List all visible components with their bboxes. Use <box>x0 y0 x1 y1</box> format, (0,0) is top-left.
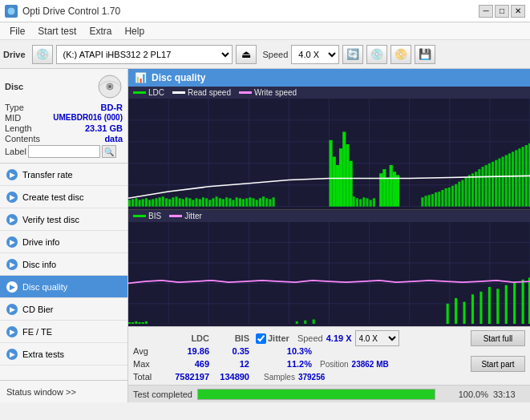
svg-rect-88 <box>262 196 265 206</box>
menu-extra[interactable]: Extra <box>83 24 118 38</box>
svg-rect-53 <box>145 198 148 206</box>
speed-header-val: 4.19 X <box>326 333 352 343</box>
menu-help[interactable]: Help <box>118 24 151 38</box>
start-part-button[interactable]: Start part <box>471 356 525 372</box>
svg-rect-70 <box>202 197 204 206</box>
svg-rect-61 <box>172 197 174 206</box>
disc-btn1[interactable]: 💿 <box>366 45 387 64</box>
start-buttons: Start full <box>471 330 525 346</box>
disc-btn2[interactable]: 📀 <box>390 45 411 64</box>
disc-panel: Disc Type BD-R MID UMEBDR016 (000) Lengt… <box>0 69 127 164</box>
svg-rect-105 <box>373 198 375 206</box>
save-button[interactable]: 💾 <box>415 45 435 64</box>
create-test-disc-icon: ▶ <box>6 192 18 203</box>
svg-rect-93 <box>333 157 336 207</box>
nav-disc-quality-label: Disc quality <box>22 282 67 292</box>
svg-rect-104 <box>370 200 372 206</box>
minimize-button[interactable]: ─ <box>479 5 493 18</box>
max-bis: 12 <box>209 359 249 369</box>
sidebar-item-drive-info[interactable]: ▶ Drive info <box>0 231 127 253</box>
jitter-legend-color <box>169 215 182 217</box>
svg-rect-63 <box>179 198 181 206</box>
nav-verify-test-label: Verify test disc <box>22 215 79 224</box>
bis-legend-color <box>133 215 146 217</box>
write-speed-legend-color <box>239 91 252 94</box>
svg-rect-89 <box>265 198 268 206</box>
drive-select[interactable]: (K:) ATAPI iHBS312 2 PL17 <box>56 45 233 64</box>
svg-rect-197 <box>479 291 482 324</box>
disc-mid-label: MID <box>5 113 21 123</box>
speed-stat-select[interactable]: 4.0 X <box>355 330 399 346</box>
disc-contents-value: data <box>104 134 123 143</box>
drive-icon-btn[interactable]: 💿 <box>32 45 53 64</box>
top-legend: LDC Read speed Write speed <box>128 87 530 99</box>
svg-rect-196 <box>471 294 474 324</box>
svg-rect-57 <box>159 197 161 206</box>
transfer-rate-icon: ▶ <box>6 169 18 180</box>
speed-select[interactable]: 4.0 X <box>291 45 339 64</box>
disc-label-input[interactable] <box>28 145 100 158</box>
svg-rect-141 <box>518 148 520 207</box>
extra-tests-icon: ▶ <box>6 349 18 360</box>
samples-val: 379256 <box>298 373 325 382</box>
svg-rect-202 <box>522 279 524 324</box>
svg-point-0 <box>7 7 15 15</box>
disc-label-button[interactable]: 🔍 <box>102 145 116 158</box>
svg-rect-131 <box>485 165 488 207</box>
svg-rect-133 <box>492 162 494 207</box>
main-layout: Disc Type BD-R MID UMEBDR016 (000) Lengt… <box>0 69 530 402</box>
svg-rect-188 <box>142 322 144 324</box>
sidebar-item-disc-info[interactable]: ▶ Disc info <box>0 253 127 276</box>
svg-rect-115 <box>431 194 434 207</box>
svg-rect-59 <box>165 198 168 206</box>
svg-rect-127 <box>471 173 474 206</box>
close-button[interactable]: ✕ <box>511 5 525 18</box>
disc-section-title: Disc <box>5 82 23 91</box>
refresh-button[interactable]: 🔄 <box>342 45 363 64</box>
svg-rect-75 <box>219 198 221 206</box>
sidebar-item-verify-test-disc[interactable]: ▶ Verify test disc <box>0 208 127 231</box>
sidebar-item-create-test-disc[interactable]: ▶ Create test disc <box>0 186 127 208</box>
svg-rect-111 <box>396 175 399 206</box>
svg-rect-80 <box>236 197 238 206</box>
speed-info-header: Speed 4.19 X 4.0 X <box>297 330 399 346</box>
disc-type-row: Type BD-R <box>5 103 123 112</box>
max-jitter: 11.2% <box>256 359 312 369</box>
svg-rect-118 <box>441 190 443 207</box>
nav-spacer <box>0 365 127 380</box>
total-ldc: 7582197 <box>161 372 209 382</box>
read-speed-legend-color <box>172 91 185 94</box>
bottom-legend: BIS Jitter <box>128 210 530 222</box>
sidebar-item-extra-tests[interactable]: ▶ Extra tests <box>0 343 127 365</box>
svg-rect-56 <box>155 198 157 206</box>
status-window-button[interactable]: Status window >> <box>0 380 127 402</box>
svg-rect-66 <box>188 198 191 206</box>
svg-rect-129 <box>478 169 480 207</box>
jitter-checkbox[interactable] <box>256 333 266 344</box>
sidebar-item-fe-te[interactable]: ▶ FE / TE <box>0 321 127 343</box>
stats-max-row: Max 469 12 11.2% Position 23862 MB Start… <box>133 356 525 372</box>
sidebar-item-cd-bier[interactable]: ▶ CD Bier <box>0 298 127 321</box>
sidebar: Disc Type BD-R MID UMEBDR016 (000) Lengt… <box>0 69 128 402</box>
app-icon <box>5 5 18 18</box>
svg-rect-187 <box>139 322 141 324</box>
nav-extra-tests-label: Extra tests <box>22 349 64 359</box>
svg-point-3 <box>108 85 111 88</box>
svg-rect-50 <box>135 198 137 206</box>
svg-rect-91 <box>273 197 275 206</box>
svg-rect-185 <box>131 322 134 324</box>
progress-fill <box>198 390 435 399</box>
svg-rect-117 <box>438 192 440 207</box>
eject-button[interactable]: ⏏ <box>236 45 257 64</box>
sidebar-item-transfer-rate[interactable]: ▶ Transfer rate <box>0 164 127 186</box>
sidebar-item-disc-quality[interactable]: ▶ Disc quality <box>0 276 127 298</box>
start-full-button[interactable]: Start full <box>471 330 525 346</box>
nav-fe-te-label: FE / TE <box>22 327 52 337</box>
speed-label: Speed <box>263 50 289 59</box>
menu-start-test[interactable]: Start test <box>31 24 83 38</box>
menu-file[interactable]: File <box>3 24 31 38</box>
svg-rect-110 <box>393 172 396 207</box>
disc-type-label: Type <box>5 103 24 112</box>
maximize-button[interactable]: □ <box>495 5 509 18</box>
svg-rect-191 <box>304 320 306 324</box>
